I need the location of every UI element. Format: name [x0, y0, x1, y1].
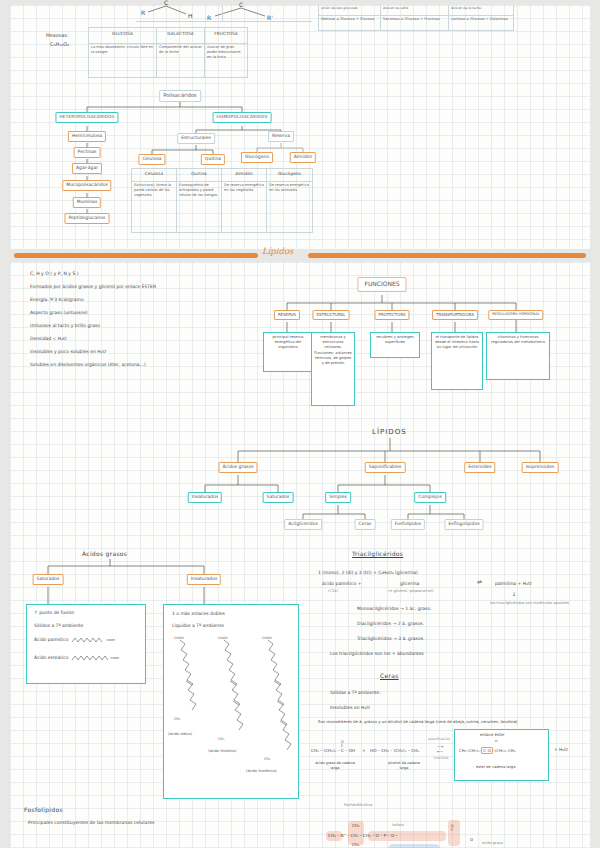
ester-bond-label: enlace éster: [480, 733, 505, 738]
svg-text:R': R': [267, 14, 273, 21]
o-atom: O: [470, 838, 473, 843]
svg-text:H: H: [188, 12, 193, 19]
polysaccharides-root: Polisacáridos: [159, 90, 201, 102]
funcion-protectora: PROTECTORA: [374, 310, 409, 320]
isoprenoides-node: Isoprenoides: [522, 462, 559, 473]
table-header: FRUCTOSA: [205, 28, 247, 44]
ceras-line: Insolubles en H₂O: [330, 705, 370, 710]
table-cell: Estructural; forma la pared celular de l…: [132, 182, 177, 232]
lipid-prop-line: C, H y O ( y P, N y S ): [30, 271, 79, 277]
polysaccharides-table: Celulosa Quitina Almidón Glucógeno Estru…: [131, 168, 313, 233]
table-cell: Exoesqueleto de artrópodos y pared celul…: [177, 182, 222, 232]
table-rule: [222, 5, 223, 21]
tag-list-line: Monoacilglicéridos → 1 ác. graso.: [357, 606, 432, 611]
acid-name: Ácido esteárico: [34, 655, 69, 660]
equilibrium-arrow: ⇌: [477, 578, 482, 585]
hetero-item: Peptidoglucanos: [65, 213, 110, 224]
cooh-label: COOH: [111, 656, 119, 660]
apolar-note: los triacilglicéridos son moléculas apol…: [490, 601, 578, 606]
acid-label: ácido graso de cadena larga: [314, 761, 356, 770]
alcohol-label: alcohol de cadena larga: [386, 761, 422, 770]
triacylglycerides-title: Triacilglicéridos: [352, 550, 403, 557]
water-product: + H₂O: [554, 747, 568, 752]
section-divider-right: [308, 253, 586, 258]
acilgliceridos-node: Acilglicéridos: [284, 519, 322, 530]
phosphate-label: fosfato: [392, 823, 404, 827]
hetero-item: Hemicelulosa: [68, 131, 106, 142]
ch2-below: CH₂: [352, 843, 359, 848]
stearic-acid-row: Ácido esteárico COOH: [34, 654, 119, 662]
saponificables-node: Saponificables: [365, 462, 406, 473]
svg-text:C: C: [164, 0, 168, 6]
phospholipids-line: Principales constituyentes de las membra…: [28, 820, 154, 826]
phospholipids-title: Fosfolípidos: [24, 806, 63, 813]
tag-list-line: Diacilglicéridos → 2 á. grasos.: [357, 621, 424, 626]
glycogen-node: Glucógeno: [241, 152, 273, 163]
hetero-item: Mureínas: [73, 197, 101, 208]
svg-text:C: C: [239, 2, 243, 8]
insaturados-box: Insaturados: [187, 574, 221, 585]
ceras-node: Ceras: [355, 519, 376, 530]
saturados-node: Saturados: [263, 492, 294, 503]
svg-text:R: R: [141, 9, 145, 16]
tag-reactant-b-sub: (= glicerol, propanotriol): [388, 589, 433, 593]
esfingolipidos-node: Esfingolípidos: [444, 519, 483, 530]
svg-text:CH₃: CH₃: [264, 757, 271, 761]
tag-list-line: Triacilglicéridos → 3 á. grasos.: [357, 636, 424, 641]
esteroides-node: Esteroides: [464, 462, 495, 473]
table-cell: Maltosa = Glucosa + Glucosa: [319, 16, 381, 30]
acidos-grasos-node: Ácidos grasos: [218, 462, 257, 473]
hetero-item: Pectinas: [74, 147, 101, 158]
chitin-node: Quitina: [201, 154, 225, 165]
funcion-reguladora: REGULADORA HORMONAL: [488, 310, 543, 320]
tag-product: palmitina + H₂O: [495, 581, 531, 586]
ester-chain-label: éster de cadena larga: [476, 765, 515, 769]
unsaturated-note: 1 o más enlaces dobles: [172, 611, 225, 616]
tag-reactant-a: ácido palmítico +: [322, 581, 361, 586]
lipidos-tree-title: LÍPIDOS: [372, 428, 407, 436]
funciones-root: FUNCIONES: [357, 277, 406, 292]
fatty-acids-title: Ácidos grasos: [82, 550, 127, 557]
acyl-label: ácido graso: [482, 841, 503, 845]
saturated-notes-box: [26, 604, 146, 684]
tag-line: 1 (mono), 2 (di) y 3 (tri) + C₃H₈O₃ (gli…: [318, 570, 418, 575]
table-header: Quitina: [177, 169, 222, 182]
svg-text:COOH: COOH: [218, 636, 228, 640]
cooh-label: COOH: [107, 638, 115, 642]
acid-formula: CH₃ – (CH₂)ₙ – C – OH: [311, 748, 355, 753]
table-header: Celulosa: [132, 169, 177, 182]
lipid-prop-line: Energía: 9'3 kcal/gramo: [30, 297, 84, 302]
double-bond: ‖: [341, 744, 343, 748]
table-cell: Sacarosa = Glucosa + Fructosa: [381, 16, 449, 30]
svg-text:CH₃: CH₃: [174, 717, 181, 721]
cellulose-node: Celulosa: [138, 154, 165, 165]
table-cell: Componente del azúcar de la leche: [157, 44, 205, 77]
acid-name: Ácido palmítico: [34, 637, 69, 642]
simples-node: Simples: [325, 492, 351, 503]
section-title-lipidos: Lípidos: [262, 246, 293, 256]
notes-page: R C H R C R' unión de dos glucosas azúca…: [0, 0, 600, 848]
phosphate-highlight: [448, 820, 460, 846]
lipid-prop-line: Solubles en disolventes orgánicos (éter,…: [30, 362, 146, 367]
table-cell: De reserva energética en los vegetales: [222, 182, 267, 232]
heteropolysaccharides-node: HETEROPOLISACÁRIDOS: [55, 112, 118, 123]
alcohol-formula: HO – CH₂ – (CH₂)ₙ – CH₃: [370, 748, 419, 753]
structural-group-node: Estructurales: [177, 133, 215, 144]
hexoses-formula-label: C₆H₁₂O₆: [50, 41, 69, 47]
funcion-transportadora: TRANSPORTADORA: [432, 310, 478, 320]
lipid-prop-line: Insolubles y poco solubles en H₂O: [30, 349, 106, 354]
saturated-note: ↑ punto de fusión: [34, 610, 74, 615]
ester-bond-highlight: C–O: [481, 747, 493, 754]
table-cell: azúcar de la leche: [449, 5, 513, 16]
unsaturated-note: Líquidos a Tª ambiente: [172, 623, 224, 628]
section-divider-left: [14, 253, 258, 258]
svg-text:(ácido linolénico): (ácido linolénico): [246, 769, 277, 773]
lipid-prop-line: Formados por ácidos grasos y glicerol po…: [30, 284, 156, 289]
hexoses-table: GLUCOSA GALACTOSA FRUCTOSA La más abunda…: [88, 27, 248, 78]
tag-reactant-b: glicerina: [400, 581, 419, 586]
funcion-note: recubren y protegen superficies: [370, 332, 420, 358]
funcion-note: el transporte de lípidos desde el intest…: [431, 332, 483, 390]
funcion-note: principal reserva energética del organis…: [263, 332, 313, 372]
table-header: Almidón: [222, 169, 267, 182]
complejos-node: Complejos: [414, 492, 446, 503]
